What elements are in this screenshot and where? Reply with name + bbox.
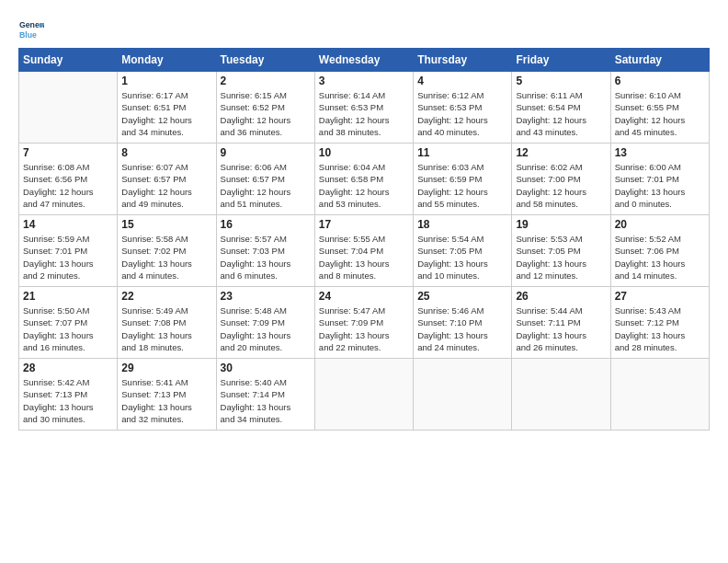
header-cell-saturday: Saturday xyxy=(610,49,709,72)
day-number: 17 xyxy=(319,218,409,231)
day-info: Sunrise: 6:15 AM Sunset: 6:52 PM Dayligh… xyxy=(221,89,311,138)
header-row: SundayMondayTuesdayWednesdayThursdayFrid… xyxy=(19,49,710,72)
day-cell: 17Sunrise: 5:55 AM Sunset: 7:04 PM Dayli… xyxy=(314,215,413,287)
day-number: 21 xyxy=(23,290,113,303)
day-number: 27 xyxy=(615,290,705,303)
day-info: Sunrise: 5:49 AM Sunset: 7:08 PM Dayligh… xyxy=(121,304,211,353)
day-info: Sunrise: 5:42 AM Sunset: 7:13 PM Dayligh… xyxy=(23,376,113,425)
day-cell: 23Sunrise: 5:48 AM Sunset: 7:09 PM Dayli… xyxy=(216,287,314,359)
day-info: Sunrise: 5:46 AM Sunset: 7:10 PM Dayligh… xyxy=(417,304,507,353)
day-info: Sunrise: 5:52 AM Sunset: 7:06 PM Dayligh… xyxy=(615,233,705,282)
day-info: Sunrise: 5:43 AM Sunset: 7:12 PM Dayligh… xyxy=(615,304,705,353)
day-cell: 1Sunrise: 6:17 AM Sunset: 6:51 PM Daylig… xyxy=(118,72,216,144)
day-number: 10 xyxy=(319,146,409,159)
day-cell: 25Sunrise: 5:46 AM Sunset: 7:10 PM Dayli… xyxy=(414,287,512,359)
day-info: Sunrise: 6:03 AM Sunset: 6:59 PM Dayligh… xyxy=(417,161,507,210)
week-row-2: 7Sunrise: 6:08 AM Sunset: 6:56 PM Daylig… xyxy=(19,144,710,215)
day-info: Sunrise: 6:12 AM Sunset: 6:53 PM Dayligh… xyxy=(417,89,507,138)
day-info: Sunrise: 5:44 AM Sunset: 7:11 PM Dayligh… xyxy=(516,304,606,353)
day-info: Sunrise: 6:00 AM Sunset: 7:01 PM Dayligh… xyxy=(615,161,705,210)
day-info: Sunrise: 6:08 AM Sunset: 6:56 PM Dayligh… xyxy=(23,161,113,210)
day-cell: 9Sunrise: 6:06 AM Sunset: 6:57 PM Daylig… xyxy=(216,144,314,215)
day-number: 8 xyxy=(121,146,211,159)
day-number: 15 xyxy=(121,218,211,231)
day-cell: 19Sunrise: 5:53 AM Sunset: 7:05 PM Dayli… xyxy=(512,215,610,287)
day-cell: 21Sunrise: 5:50 AM Sunset: 7:07 PM Dayli… xyxy=(19,287,118,359)
day-cell xyxy=(314,359,413,431)
day-info: Sunrise: 5:50 AM Sunset: 7:07 PM Dayligh… xyxy=(23,304,113,353)
day-cell xyxy=(610,359,709,431)
day-cell: 30Sunrise: 5:40 AM Sunset: 7:14 PM Dayli… xyxy=(216,359,314,431)
header-cell-tuesday: Tuesday xyxy=(216,49,314,72)
header-cell-wednesday: Wednesday xyxy=(314,49,413,72)
day-cell: 28Sunrise: 5:42 AM Sunset: 7:13 PM Dayli… xyxy=(19,359,118,431)
day-cell: 16Sunrise: 5:57 AM Sunset: 7:03 PM Dayli… xyxy=(216,215,314,287)
day-number: 16 xyxy=(221,218,311,231)
day-info: Sunrise: 5:47 AM Sunset: 7:09 PM Dayligh… xyxy=(319,304,409,353)
week-row-3: 14Sunrise: 5:59 AM Sunset: 7:01 PM Dayli… xyxy=(19,215,710,287)
header-cell-sunday: Sunday xyxy=(19,49,118,72)
day-number: 6 xyxy=(615,75,705,87)
day-info: Sunrise: 6:17 AM Sunset: 6:51 PM Dayligh… xyxy=(121,89,211,138)
day-info: Sunrise: 6:06 AM Sunset: 6:57 PM Dayligh… xyxy=(221,161,311,210)
day-info: Sunrise: 6:10 AM Sunset: 6:55 PM Dayligh… xyxy=(615,89,705,138)
day-number: 29 xyxy=(121,362,211,374)
day-number: 25 xyxy=(417,290,507,303)
day-cell: 26Sunrise: 5:44 AM Sunset: 7:11 PM Dayli… xyxy=(512,287,610,359)
logo-icon: General Blue xyxy=(18,17,44,42)
day-number: 3 xyxy=(319,75,409,87)
day-number: 7 xyxy=(23,146,113,159)
day-number: 30 xyxy=(221,362,311,374)
day-cell: 18Sunrise: 5:54 AM Sunset: 7:05 PM Dayli… xyxy=(414,215,512,287)
week-row-1: 1Sunrise: 6:17 AM Sunset: 6:51 PM Daylig… xyxy=(19,72,710,144)
day-cell: 6Sunrise: 6:10 AM Sunset: 6:55 PM Daylig… xyxy=(610,72,709,144)
day-info: Sunrise: 5:41 AM Sunset: 7:13 PM Dayligh… xyxy=(121,376,211,425)
day-number: 5 xyxy=(516,75,606,87)
day-cell: 5Sunrise: 6:11 AM Sunset: 6:54 PM Daylig… xyxy=(512,72,610,144)
header-cell-thursday: Thursday xyxy=(414,49,512,72)
day-info: Sunrise: 5:57 AM Sunset: 7:03 PM Dayligh… xyxy=(221,233,311,282)
day-info: Sunrise: 5:54 AM Sunset: 7:05 PM Dayligh… xyxy=(417,233,507,282)
day-cell xyxy=(19,72,118,144)
calendar-header: SundayMondayTuesdayWednesdayThursdayFrid… xyxy=(19,49,710,72)
day-cell: 3Sunrise: 6:14 AM Sunset: 6:53 PM Daylig… xyxy=(314,72,413,144)
day-number: 28 xyxy=(23,362,113,374)
day-cell xyxy=(414,359,512,431)
day-number: 19 xyxy=(516,218,606,231)
day-number: 12 xyxy=(516,146,606,159)
day-cell: 13Sunrise: 6:00 AM Sunset: 7:01 PM Dayli… xyxy=(610,144,709,215)
svg-text:Blue: Blue xyxy=(19,30,37,40)
day-info: Sunrise: 6:07 AM Sunset: 6:57 PM Dayligh… xyxy=(121,161,211,210)
day-info: Sunrise: 6:02 AM Sunset: 7:00 PM Dayligh… xyxy=(516,161,606,210)
day-cell: 14Sunrise: 5:59 AM Sunset: 7:01 PM Dayli… xyxy=(19,215,118,287)
day-cell: 7Sunrise: 6:08 AM Sunset: 6:56 PM Daylig… xyxy=(19,144,118,215)
day-info: Sunrise: 5:55 AM Sunset: 7:04 PM Dayligh… xyxy=(319,233,409,282)
day-cell: 22Sunrise: 5:49 AM Sunset: 7:08 PM Dayli… xyxy=(118,287,216,359)
day-number: 20 xyxy=(615,218,705,231)
day-cell: 2Sunrise: 6:15 AM Sunset: 6:52 PM Daylig… xyxy=(216,72,314,144)
day-number: 26 xyxy=(516,290,606,303)
day-info: Sunrise: 5:40 AM Sunset: 7:14 PM Dayligh… xyxy=(221,376,311,425)
day-info: Sunrise: 5:58 AM Sunset: 7:02 PM Dayligh… xyxy=(121,233,211,282)
day-cell xyxy=(512,359,610,431)
day-info: Sunrise: 5:48 AM Sunset: 7:09 PM Dayligh… xyxy=(221,304,311,353)
day-info: Sunrise: 5:59 AM Sunset: 7:01 PM Dayligh… xyxy=(23,233,113,282)
day-number: 9 xyxy=(221,146,311,159)
day-cell: 11Sunrise: 6:03 AM Sunset: 6:59 PM Dayli… xyxy=(414,144,512,215)
calendar-table: SundayMondayTuesdayWednesdayThursdayFrid… xyxy=(18,48,710,431)
day-number: 23 xyxy=(221,290,311,303)
day-cell: 10Sunrise: 6:04 AM Sunset: 6:58 PM Dayli… xyxy=(314,144,413,215)
header-cell-monday: Monday xyxy=(118,49,216,72)
week-row-4: 21Sunrise: 5:50 AM Sunset: 7:07 PM Dayli… xyxy=(19,287,710,359)
day-cell: 20Sunrise: 5:52 AM Sunset: 7:06 PM Dayli… xyxy=(610,215,709,287)
day-info: Sunrise: 6:14 AM Sunset: 6:53 PM Dayligh… xyxy=(319,89,409,138)
header: General Blue xyxy=(18,17,710,42)
day-info: Sunrise: 5:53 AM Sunset: 7:05 PM Dayligh… xyxy=(516,233,606,282)
day-number: 11 xyxy=(417,146,507,159)
day-cell: 8Sunrise: 6:07 AM Sunset: 6:57 PM Daylig… xyxy=(118,144,216,215)
logo: General Blue xyxy=(18,17,44,42)
day-cell: 15Sunrise: 5:58 AM Sunset: 7:02 PM Dayli… xyxy=(118,215,216,287)
day-number: 22 xyxy=(121,290,211,303)
day-number: 24 xyxy=(319,290,409,303)
day-cell: 24Sunrise: 5:47 AM Sunset: 7:09 PM Dayli… xyxy=(314,287,413,359)
